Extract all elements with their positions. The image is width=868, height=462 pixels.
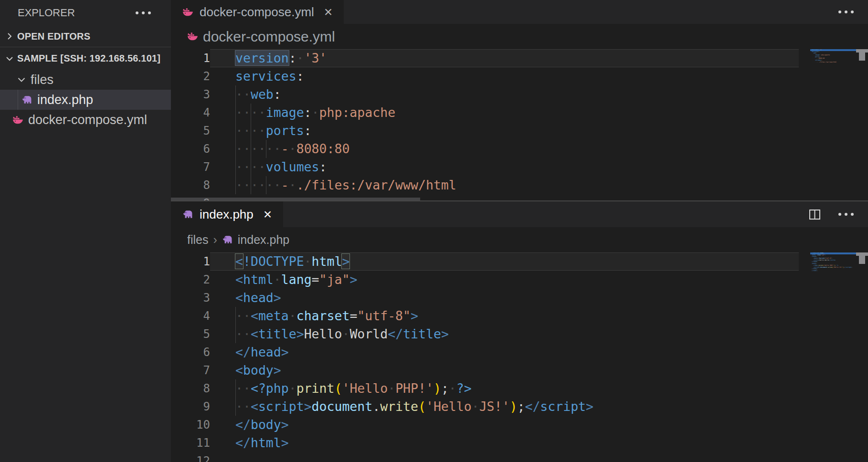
chevron-down-icon <box>15 74 28 86</box>
code-line[interactable]: 12 <box>171 452 799 462</box>
vscode-window: EXPLORER OPEN EDITORS SAMPLE [SSH: 192.1… <box>0 0 868 462</box>
tree-item-docker-compose[interactable]: docker-compose.yml <box>0 110 171 130</box>
horizontal-scrollbar[interactable] <box>171 198 420 200</box>
tree-item-files[interactable]: files <box>0 70 171 90</box>
breadcrumb-item-docker-compose[interactable]: docker-compose.yml <box>187 29 335 45</box>
tree-item-label: docker-compose.yml <box>28 113 147 127</box>
breadcrumb: docker-compose.yml <box>171 24 868 49</box>
line-number[interactable]: 2 <box>171 67 210 85</box>
code-line[interactable]: 5····ports: <box>171 122 799 140</box>
explorer-sidebar: EXPLORER OPEN EDITORS SAMPLE [SSH: 192.1… <box>0 0 171 462</box>
tree-item-label: index.php <box>37 93 93 107</box>
code-area: 1version:·'3'2services:3··web:4····image… <box>171 49 868 200</box>
docker-whale-icon <box>182 7 193 18</box>
editor-more-actions-icon[interactable] <box>838 10 854 13</box>
breadcrumb: files › index.php <box>171 227 868 252</box>
line-number[interactable]: 6 <box>171 140 210 158</box>
split-editor-icon[interactable] <box>808 209 821 220</box>
code-line[interactable]: 11</html> <box>171 434 799 452</box>
code-line[interactable]: 2services: <box>171 67 799 85</box>
code-line[interactable]: 7····volumes: <box>171 158 799 176</box>
code-line[interactable]: 1<!DOCTYPE·html> <box>171 252 799 271</box>
explorer-title: EXPLORER <box>18 7 75 19</box>
line-number[interactable]: 1 <box>171 49 210 67</box>
scrollbar-cap[interactable] <box>856 49 868 52</box>
editor-area: docker-compose.yml × docker-compose.yml … <box>171 0 868 462</box>
workspace-label: SAMPLE [SSH: 192.168.56.101] <box>17 53 160 64</box>
open-editors-label: OPEN EDITORS <box>17 31 90 42</box>
vertical-scrollbar[interactable] <box>859 52 865 61</box>
line-number[interactable]: 7 <box>171 361 210 379</box>
breadcrumb-item-files[interactable]: files <box>187 233 208 247</box>
code-line[interactable]: 9··<script>document.write('Hello·JS!');<… <box>171 398 799 416</box>
tab-bar: docker-compose.yml × <box>171 0 868 24</box>
code-line[interactable]: 10</body> <box>171 416 799 434</box>
php-elephant-icon <box>21 94 32 105</box>
tab-bar: index.php × <box>171 201 868 227</box>
code-line[interactable]: 6······-·8080:80 <box>171 140 799 158</box>
scrollbar-cap[interactable] <box>856 252 868 256</box>
line-number[interactable]: 5 <box>171 325 210 343</box>
docker-whale-icon <box>12 115 23 126</box>
line-number[interactable]: 8 <box>171 176 210 194</box>
minimap[interactable]: <!DOCTYPE·html><html·lang="ja"><head>··<… <box>810 252 856 272</box>
tree-item-index-php[interactable]: index.php <box>0 90 171 110</box>
tab-label: docker-compose.yml <box>200 5 314 20</box>
tab-docker-compose[interactable]: docker-compose.yml × <box>171 0 344 24</box>
code-line[interactable]: 6</head> <box>171 343 799 361</box>
chevron-down-icon <box>4 53 15 64</box>
docker-whale-icon <box>187 31 198 42</box>
tree-item-label: files <box>31 73 53 87</box>
minimap[interactable]: version:·'3'services:··web:····image:·ph… <box>810 49 856 63</box>
breadcrumb-label: docker-compose.yml <box>203 29 335 45</box>
line-number[interactable]: 1 <box>171 252 210 271</box>
code-area: 1<!DOCTYPE·html>2<html·lang="ja">3<head>… <box>171 252 868 462</box>
php-elephant-icon <box>182 209 193 220</box>
chevron-right-icon <box>4 31 15 42</box>
breadcrumb-label: files <box>187 233 208 247</box>
code-line[interactable]: 7<body> <box>171 361 799 379</box>
code-line[interactable]: 3··web: <box>171 85 799 104</box>
php-elephant-icon <box>222 234 233 245</box>
line-number[interactable]: 3 <box>171 289 210 307</box>
code-line[interactable]: 2<html·lang="ja"> <box>171 271 799 289</box>
line-number[interactable]: 8 <box>171 379 210 398</box>
line-number[interactable]: 6 <box>171 343 210 361</box>
line-number[interactable]: 12 <box>171 452 210 462</box>
line-number[interactable]: 4 <box>171 104 210 122</box>
open-editors-section[interactable]: OPEN EDITORS <box>0 26 171 47</box>
breadcrumb-item-index-php[interactable]: index.php <box>222 233 289 247</box>
explorer-more-actions-icon[interactable] <box>136 11 151 14</box>
workspace-section[interactable]: SAMPLE [SSH: 192.168.56.101] <box>0 47 171 70</box>
line-number[interactable]: 9 <box>171 398 210 416</box>
code-line[interactable]: 4··<meta·charset="utf-8"> <box>171 307 799 325</box>
code-line[interactable]: 4····image:·php:apache <box>171 104 799 122</box>
code-line[interactable]: 3<head> <box>171 289 799 307</box>
tab-label: index.php <box>200 207 254 222</box>
breadcrumb-separator: › <box>213 233 217 247</box>
line-number[interactable]: 2 <box>171 271 210 289</box>
tab-index-php[interactable]: index.php × <box>171 201 283 227</box>
line-number[interactable]: 5 <box>171 122 210 140</box>
close-icon[interactable]: × <box>324 5 333 19</box>
tree-indent-guide <box>18 90 18 110</box>
line-number[interactable]: 10 <box>171 416 210 434</box>
editor-group-bottom: index.php × files › index.php <box>171 201 868 462</box>
code-line[interactable]: 8··<?php·print('Hello·PHP!');·?> <box>171 379 799 398</box>
close-icon[interactable]: × <box>264 207 272 221</box>
line-number[interactable]: 7 <box>171 158 210 176</box>
editor-more-actions-icon[interactable] <box>838 213 854 216</box>
code-line[interactable]: 8······-·./files:/var/www/html <box>171 176 799 194</box>
line-number[interactable]: 3 <box>171 85 210 104</box>
code-line[interactable]: 1version:·'3' <box>171 49 799 67</box>
code-lines[interactable]: 1<!DOCTYPE·html>2<html·lang="ja">3<head>… <box>171 252 799 462</box>
code-lines[interactable]: 1version:·'3'2services:3··web:4····image… <box>171 49 799 200</box>
code-line[interactable]: 5··<title>Hello·World</title> <box>171 325 799 343</box>
vertical-scrollbar[interactable] <box>859 256 865 264</box>
line-number[interactable]: 11 <box>171 434 210 452</box>
breadcrumb-label: index.php <box>238 233 289 247</box>
line-number[interactable]: 4 <box>171 307 210 325</box>
editor-group-top: docker-compose.yml × docker-compose.yml … <box>171 0 868 201</box>
